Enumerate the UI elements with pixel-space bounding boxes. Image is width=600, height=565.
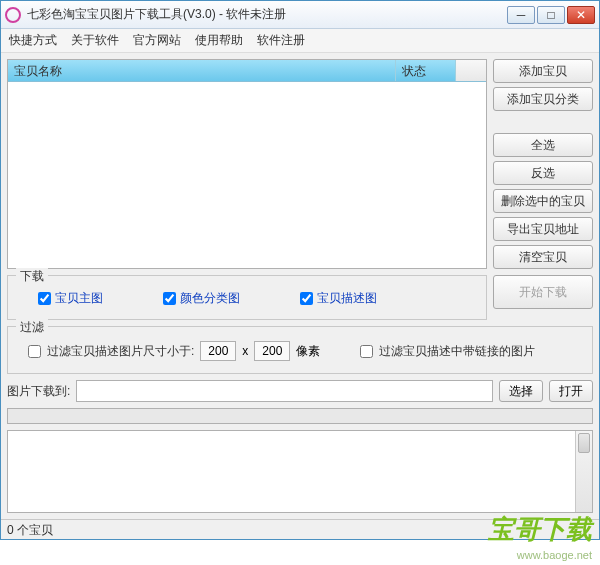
column-name[interactable]: 宝贝名称 <box>8 60 396 81</box>
filter-width-input[interactable] <box>200 341 236 361</box>
log-area[interactable] <box>7 430 593 513</box>
filter-height-input[interactable] <box>254 341 290 361</box>
window-title: 七彩色淘宝宝贝图片下载工具(V3.0) - 软件未注册 <box>27 6 507 23</box>
checkbox-main-image[interactable] <box>38 292 51 305</box>
checkbox-desc-image[interactable] <box>300 292 313 305</box>
top-row: 宝贝名称 状态 添加宝贝 添加宝贝分类 全选 反选 删除选中的宝贝 导出宝贝地址… <box>7 59 593 269</box>
download-group-title: 下载 <box>16 268 48 285</box>
menu-about[interactable]: 关于软件 <box>71 32 119 49</box>
path-label: 图片下载到: <box>7 383 70 400</box>
menu-help[interactable]: 使用帮助 <box>195 32 243 49</box>
filter-link: 过滤宝贝描述中带链接的图片 <box>360 343 535 360</box>
checkbox-filter-link[interactable] <box>360 345 373 358</box>
column-spacer <box>456 60 486 81</box>
menubar: 快捷方式 关于软件 官方网站 使用帮助 软件注册 <box>1 29 599 53</box>
check-desc-image[interactable]: 宝贝描述图 <box>300 290 377 307</box>
minimize-button[interactable]: ─ <box>507 6 535 24</box>
app-window: 七彩色淘宝宝贝图片下载工具(V3.0) - 软件未注册 ─ □ ✕ 快捷方式 关… <box>0 0 600 540</box>
close-button[interactable]: ✕ <box>567 6 595 24</box>
content-area: 宝贝名称 状态 添加宝贝 添加宝贝分类 全选 反选 删除选中的宝贝 导出宝贝地址… <box>1 53 599 519</box>
path-row: 图片下载到: 选择 打开 <box>7 380 593 402</box>
filter-group: 过滤 过滤宝贝描述图片尺寸小于: x 像素 过滤宝贝描述中带链接的图片 <box>7 326 593 374</box>
clear-items-button[interactable]: 清空宝贝 <box>493 245 593 269</box>
add-category-button[interactable]: 添加宝贝分类 <box>493 87 593 111</box>
choose-path-button[interactable]: 选择 <box>499 380 543 402</box>
app-icon <box>5 7 21 23</box>
maximize-button[interactable]: □ <box>537 6 565 24</box>
invert-selection-button[interactable]: 反选 <box>493 161 593 185</box>
watermark-url: www.baoge.net <box>517 549 592 561</box>
export-url-button[interactable]: 导出宝贝地址 <box>493 217 593 241</box>
statusbar: 0 个宝贝 <box>1 519 599 539</box>
checkbox-color-image[interactable] <box>163 292 176 305</box>
menu-official-site[interactable]: 官方网站 <box>133 32 181 49</box>
filter-size: 过滤宝贝描述图片尺寸小于: x 像素 <box>28 341 320 361</box>
status-count: 0 个宝贝 <box>7 523 53 537</box>
open-path-button[interactable]: 打开 <box>549 380 593 402</box>
column-status[interactable]: 状态 <box>396 60 456 81</box>
download-group: 下载 宝贝主图 颜色分类图 宝贝描述图 <box>7 275 487 320</box>
scrollbar-thumb[interactable] <box>578 433 590 453</box>
list-body[interactable] <box>8 82 486 268</box>
window-controls: ─ □ ✕ <box>507 6 595 24</box>
select-all-button[interactable]: 全选 <box>493 133 593 157</box>
add-item-button[interactable]: 添加宝贝 <box>493 59 593 83</box>
checkbox-filter-size[interactable] <box>28 345 41 358</box>
download-row: 下载 宝贝主图 颜色分类图 宝贝描述图 <box>7 275 593 320</box>
delete-selected-button[interactable]: 删除选中的宝贝 <box>493 189 593 213</box>
progress-bar <box>7 408 593 424</box>
titlebar[interactable]: 七彩色淘宝宝贝图片下载工具(V3.0) - 软件未注册 ─ □ ✕ <box>1 1 599 29</box>
item-list[interactable]: 宝贝名称 状态 <box>7 59 487 269</box>
check-color-image[interactable]: 颜色分类图 <box>163 290 240 307</box>
menu-shortcuts[interactable]: 快捷方式 <box>9 32 57 49</box>
check-main-image[interactable]: 宝贝主图 <box>38 290 103 307</box>
download-side: 开始下载 <box>493 275 593 320</box>
start-download-button[interactable]: 开始下载 <box>493 275 593 309</box>
menu-register[interactable]: 软件注册 <box>257 32 305 49</box>
side-buttons: 添加宝贝 添加宝贝分类 全选 反选 删除选中的宝贝 导出宝贝地址 清空宝贝 <box>493 59 593 269</box>
filter-group-title: 过滤 <box>16 319 48 336</box>
path-input[interactable] <box>76 380 493 402</box>
list-header: 宝贝名称 状态 <box>8 60 486 82</box>
